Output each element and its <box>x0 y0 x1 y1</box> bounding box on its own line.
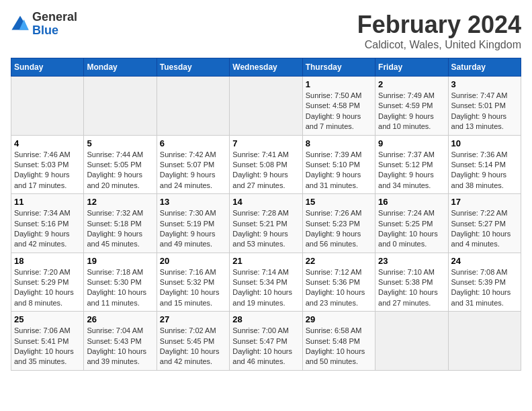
day-cell <box>84 77 157 136</box>
day-cell: 19Sunrise: 7:18 AM Sunset: 5:30 PM Dayli… <box>84 253 157 312</box>
day-info: Sunrise: 7:42 AM Sunset: 5:07 PM Dayligh… <box>160 150 226 191</box>
day-number: 27 <box>160 314 226 324</box>
day-info: Sunrise: 7:34 AM Sunset: 5:16 PM Dayligh… <box>14 208 81 250</box>
day-number: 15 <box>306 197 372 207</box>
day-cell: 28Sunrise: 7:00 AM Sunset: 5:47 PM Dayli… <box>230 312 302 371</box>
header: General Blue February 2024 Caldicot, Wal… <box>11 11 521 51</box>
day-number: 23 <box>378 256 445 266</box>
week-row-2: 4Sunrise: 7:46 AM Sunset: 5:03 PM Daylig… <box>11 135 521 194</box>
day-cell: 13Sunrise: 7:30 AM Sunset: 5:19 PM Dayli… <box>157 194 229 253</box>
day-cell: 1Sunrise: 7:50 AM Sunset: 4:58 PM Daylig… <box>302 77 375 136</box>
day-cell: 25Sunrise: 7:06 AM Sunset: 5:41 PM Dayli… <box>11 312 84 371</box>
day-number: 2 <box>378 79 445 89</box>
day-number: 25 <box>14 314 81 324</box>
day-number: 24 <box>451 256 518 266</box>
day-info: Sunrise: 7:12 AM Sunset: 5:36 PM Dayligh… <box>306 267 372 309</box>
day-cell <box>157 77 229 136</box>
day-cell: 8Sunrise: 7:39 AM Sunset: 5:10 PM Daylig… <box>302 135 375 194</box>
day-number: 19 <box>87 256 153 266</box>
day-number: 22 <box>306 256 372 266</box>
day-cell: 6Sunrise: 7:42 AM Sunset: 5:07 PM Daylig… <box>157 135 229 194</box>
day-info: Sunrise: 6:58 AM Sunset: 5:48 PM Dayligh… <box>306 326 372 367</box>
day-info: Sunrise: 7:18 AM Sunset: 5:30 PM Dayligh… <box>87 267 153 309</box>
header-cell-sunday: Sunday <box>11 58 84 77</box>
day-cell: 21Sunrise: 7:14 AM Sunset: 5:34 PM Dayli… <box>230 253 302 312</box>
day-cell: 3Sunrise: 7:47 AM Sunset: 5:01 PM Daylig… <box>448 77 521 136</box>
day-number: 21 <box>232 256 299 266</box>
day-cell: 18Sunrise: 7:20 AM Sunset: 5:29 PM Dayli… <box>11 253 84 312</box>
day-number: 7 <box>232 138 299 148</box>
day-number: 26 <box>87 314 153 324</box>
day-number: 11 <box>14 197 81 207</box>
header-cell-friday: Friday <box>375 58 448 77</box>
day-cell: 10Sunrise: 7:36 AM Sunset: 5:14 PM Dayli… <box>448 135 521 194</box>
day-cell <box>230 77 302 136</box>
page-subtitle: Caldicot, Wales, United Kingdom <box>357 39 521 51</box>
day-cell: 4Sunrise: 7:46 AM Sunset: 5:03 PM Daylig… <box>11 135 84 194</box>
logo: General Blue <box>11 11 77 38</box>
day-number: 5 <box>87 138 153 148</box>
week-row-5: 25Sunrise: 7:06 AM Sunset: 5:41 PM Dayli… <box>11 312 521 371</box>
day-info: Sunrise: 7:00 AM Sunset: 5:47 PM Dayligh… <box>232 326 299 367</box>
logo-line1: General <box>32 11 77 24</box>
calendar-body: 1Sunrise: 7:50 AM Sunset: 4:58 PM Daylig… <box>11 77 521 371</box>
day-cell <box>375 312 448 371</box>
day-number: 17 <box>451 197 518 207</box>
day-cell: 7Sunrise: 7:41 AM Sunset: 5:08 PM Daylig… <box>230 135 302 194</box>
day-info: Sunrise: 7:24 AM Sunset: 5:25 PM Dayligh… <box>378 208 445 250</box>
day-cell: 9Sunrise: 7:37 AM Sunset: 5:12 PM Daylig… <box>375 135 448 194</box>
day-cell <box>11 77 84 136</box>
day-info: Sunrise: 7:41 AM Sunset: 5:08 PM Dayligh… <box>232 150 299 191</box>
day-info: Sunrise: 7:28 AM Sunset: 5:21 PM Dayligh… <box>232 208 299 250</box>
title-block: February 2024 Caldicot, Wales, United Ki… <box>357 11 521 51</box>
day-number: 6 <box>160 138 226 148</box>
day-cell: 12Sunrise: 7:32 AM Sunset: 5:18 PM Dayli… <box>84 194 157 253</box>
day-cell: 23Sunrise: 7:10 AM Sunset: 5:38 PM Dayli… <box>375 253 448 312</box>
day-cell: 20Sunrise: 7:16 AM Sunset: 5:32 PM Dayli… <box>157 253 229 312</box>
day-cell: 16Sunrise: 7:24 AM Sunset: 5:25 PM Dayli… <box>375 194 448 253</box>
day-number: 4 <box>14 138 81 148</box>
header-cell-thursday: Thursday <box>302 58 375 77</box>
day-cell: 2Sunrise: 7:49 AM Sunset: 4:59 PM Daylig… <box>375 77 448 136</box>
day-cell: 14Sunrise: 7:28 AM Sunset: 5:21 PM Dayli… <box>230 194 302 253</box>
day-cell: 22Sunrise: 7:12 AM Sunset: 5:36 PM Dayli… <box>302 253 375 312</box>
day-cell <box>448 312 521 371</box>
day-info: Sunrise: 7:20 AM Sunset: 5:29 PM Dayligh… <box>14 267 81 309</box>
day-info: Sunrise: 7:46 AM Sunset: 5:03 PM Dayligh… <box>14 150 81 191</box>
day-info: Sunrise: 7:08 AM Sunset: 5:39 PM Dayligh… <box>451 267 518 309</box>
logo-line2: Blue <box>32 24 77 38</box>
header-cell-monday: Monday <box>84 58 157 77</box>
page-title: February 2024 <box>357 11 521 39</box>
header-cell-wednesday: Wednesday <box>230 58 302 77</box>
day-info: Sunrise: 7:26 AM Sunset: 5:23 PM Dayligh… <box>306 208 372 250</box>
day-cell: 29Sunrise: 6:58 AM Sunset: 5:48 PM Dayli… <box>302 312 375 371</box>
day-cell: 17Sunrise: 7:22 AM Sunset: 5:27 PM Dayli… <box>448 194 521 253</box>
header-row: SundayMondayTuesdayWednesdayThursdayFrid… <box>11 58 521 77</box>
day-number: 10 <box>451 138 518 148</box>
day-number: 20 <box>160 256 226 266</box>
day-info: Sunrise: 7:10 AM Sunset: 5:38 PM Dayligh… <box>378 267 445 309</box>
day-number: 18 <box>14 256 81 266</box>
week-row-1: 1Sunrise: 7:50 AM Sunset: 4:58 PM Daylig… <box>11 77 521 136</box>
week-row-4: 18Sunrise: 7:20 AM Sunset: 5:29 PM Dayli… <box>11 253 521 312</box>
day-cell: 11Sunrise: 7:34 AM Sunset: 5:16 PM Dayli… <box>11 194 84 253</box>
day-number: 1 <box>306 79 372 89</box>
day-info: Sunrise: 7:06 AM Sunset: 5:41 PM Dayligh… <box>14 326 81 367</box>
day-info: Sunrise: 7:39 AM Sunset: 5:10 PM Dayligh… <box>306 150 372 191</box>
day-number: 13 <box>160 197 226 207</box>
day-info: Sunrise: 7:47 AM Sunset: 5:01 PM Dayligh… <box>451 91 518 132</box>
day-info: Sunrise: 7:30 AM Sunset: 5:19 PM Dayligh… <box>160 208 226 250</box>
day-info: Sunrise: 7:44 AM Sunset: 5:05 PM Dayligh… <box>87 150 153 191</box>
day-number: 8 <box>306 138 372 148</box>
day-cell: 26Sunrise: 7:04 AM Sunset: 5:43 PM Dayli… <box>84 312 157 371</box>
day-info: Sunrise: 7:49 AM Sunset: 4:59 PM Dayligh… <box>378 91 445 132</box>
day-info: Sunrise: 7:02 AM Sunset: 5:45 PM Dayligh… <box>160 326 226 367</box>
day-number: 12 <box>87 197 153 207</box>
day-info: Sunrise: 7:16 AM Sunset: 5:32 PM Dayligh… <box>160 267 226 309</box>
header-cell-tuesday: Tuesday <box>157 58 229 77</box>
day-cell: 27Sunrise: 7:02 AM Sunset: 5:45 PM Dayli… <box>157 312 229 371</box>
header-cell-saturday: Saturday <box>448 58 521 77</box>
day-info: Sunrise: 7:04 AM Sunset: 5:43 PM Dayligh… <box>87 326 153 367</box>
day-number: 9 <box>378 138 445 148</box>
day-info: Sunrise: 7:37 AM Sunset: 5:12 PM Dayligh… <box>378 150 445 191</box>
